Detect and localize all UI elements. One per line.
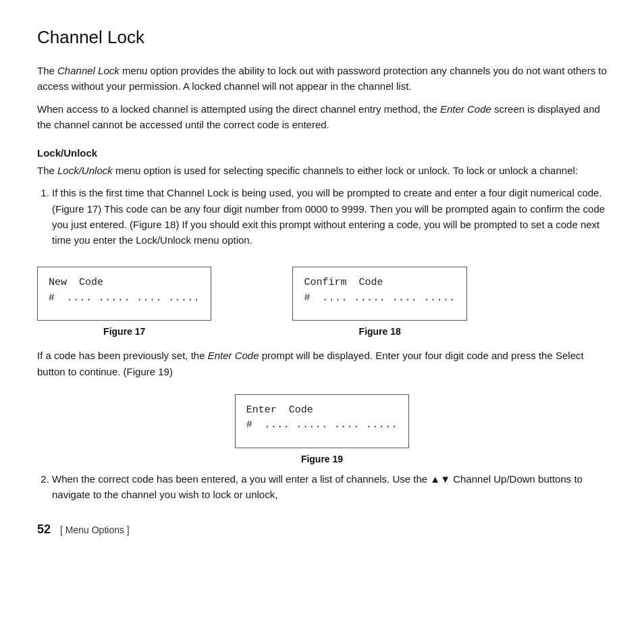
figure-19-screen: Enter Code # .... ..... .... ..... [235,394,409,448]
instructions-list-2: When the correct code has been entered, … [37,471,607,503]
figure-17-line2: # .... ..... .... ..... [49,291,200,306]
figure-18-block: Confirm Code # .... ..... .... ..... Fig… [292,267,466,337]
section-intro-text: The Lock/Unlock menu option is used for … [37,163,607,178]
footer: 52 [ Menu Options ] [37,522,607,537]
figure-18-screen: Confirm Code # .... ..... .... ..... [292,267,466,321]
page-number: 52 [37,522,51,537]
figure-19-caption: Figure 19 [301,454,343,464]
figure-17-line1: New Code [49,275,200,291]
figure-18-caption: Figure 18 [359,326,401,337]
figure-19-row: Enter Code # .... ..... .... ..... Figur… [37,394,607,464]
list-item-2: When the correct code has been entered, … [52,471,607,503]
page-title: Channel Lock [37,27,607,48]
figure-18-line1: Confirm Code [304,275,455,291]
footer-section-label: [ Menu Options ] [60,525,130,535]
figure-19-line1: Enter Code [246,403,398,419]
intro-paragraph-2: When access to a locked channel is attem… [37,101,607,133]
term-lock-unlock: Lock/Unlock [57,165,113,176]
instructions-list: If this is the first time that Channel L… [37,185,607,248]
figure-19-block: Enter Code # .... ..... .... ..... Figur… [235,394,409,464]
figure-19-line2: # .... ..... .... ..... [246,418,398,433]
figure-17-caption: Figure 17 [103,326,145,337]
figure-17-block: New Code # .... ..... .... ..... Figure … [37,267,211,337]
term-channel-lock: Channel Lock [57,65,119,76]
term-enter-code: Enter Code [440,103,491,115]
between-text: If a code has been previously set, the E… [37,348,607,379]
list-item-1: If this is the first time that Channel L… [52,185,607,248]
figure-17-screen: New Code # .... ..... .... ..... [37,267,211,321]
section-heading-lock-unlock: Lock/Unlock [37,147,607,159]
term-enter-code-2: Enter Code [208,350,259,361]
figures-row-17-18: New Code # .... ..... .... ..... Figure … [37,267,607,337]
figure-18-line2: # .... ..... .... ..... [304,291,455,306]
intro-paragraph-1: The Channel Lock menu option provides th… [37,63,607,95]
